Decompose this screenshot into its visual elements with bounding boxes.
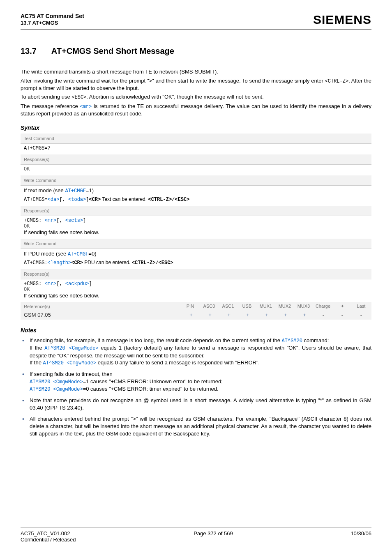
write2-syntax: AT+CMGS=<length><CR> PDU can be entered.…	[24, 260, 368, 266]
intro-p1: The write command transmits a short mess…	[21, 68, 371, 76]
footer-date: 10/30/06	[350, 530, 371, 543]
page-footer: AC75_ATC_V01.002 Confidential / Released…	[21, 527, 371, 543]
section-number: 13.7	[21, 46, 49, 56]
footer-page: Page 372 of 569	[194, 530, 233, 543]
note-4: All characters entered behind the prompt…	[21, 415, 371, 437]
response-label: Response(s)	[24, 157, 368, 162]
footer-doc: AC75_ATC_V01.002	[21, 530, 70, 537]
write1-ok: OK	[24, 223, 368, 229]
reference-header: Reference(s) PIN ASC0 ASC1 USB MUX1 MUX2…	[21, 302, 371, 310]
footer-conf: Confidential / Released	[21, 537, 76, 543]
write1-mode: If text mode (see AT+CMGF=1)	[24, 187, 368, 194]
reference-row: GSM 07.05 + + + + + + + - - -	[21, 310, 371, 320]
write1-response-label: Response(s)	[24, 208, 368, 213]
syntax-heading: Syntax	[21, 124, 371, 131]
write2-mode: If PDU mode (see AT+CMGF=0)	[24, 251, 368, 257]
section-heading: 13.7 AT+CMGS Send Short Message	[21, 46, 371, 56]
note-3: Note that some providers do not recogniz…	[21, 397, 371, 411]
doc-subtitle: 13.7 AT+CMGS	[21, 20, 84, 27]
section-title: AT+CMGS Send Short Message	[51, 46, 174, 55]
page-header: AC75 AT Command Set 13.7 AT+CMGS SIEMENS	[21, 12, 371, 30]
test-command: AT+CMGS=?	[24, 145, 368, 151]
write-command-label-2: Write Command	[24, 241, 368, 246]
siemens-logo: SIEMENS	[313, 13, 371, 27]
write2-response-label: Response(s)	[24, 272, 368, 276]
intro-p3: To abort sending use <ESC>. Abortion is …	[21, 93, 371, 101]
reference-name: GSM 07.05	[24, 312, 51, 318]
reference-label: Reference(s)	[24, 304, 50, 309]
intro-p4: The message reference <mr> is returned t…	[21, 103, 371, 117]
write-command-label-1: Write Command	[24, 178, 368, 183]
notes-list: If sending fails, for example, if a mess…	[21, 337, 371, 437]
test-ok: OK	[24, 166, 368, 172]
write1-response: +CMGS: <mr>[, <scts>]	[24, 218, 368, 223]
test-command-block: Test Command	[21, 134, 371, 144]
notes-heading: Notes	[21, 327, 371, 334]
write2-ok: OK	[24, 287, 368, 292]
write1-syntax: AT+CMGS=<da>[, <toda>]<CR> Text can be e…	[24, 196, 368, 203]
write1-fail: If sending fails see notes below.	[24, 229, 368, 235]
doc-title: AC75 AT Command Set	[21, 12, 84, 20]
intro-p2: After invoking the write command wait fo…	[21, 77, 371, 92]
note-2: If sending fails due to timeout, then AT…	[21, 371, 371, 393]
write2-fail: If sending fails see notes below.	[24, 292, 368, 299]
write2-response: +CMGS: <mr>[, <ackpdu>]	[24, 281, 368, 287]
test-command-label: Test Command	[24, 136, 368, 141]
note-1: If sending fails, for example, if a mess…	[21, 337, 371, 366]
airplane-icon: ✈	[335, 304, 349, 309]
